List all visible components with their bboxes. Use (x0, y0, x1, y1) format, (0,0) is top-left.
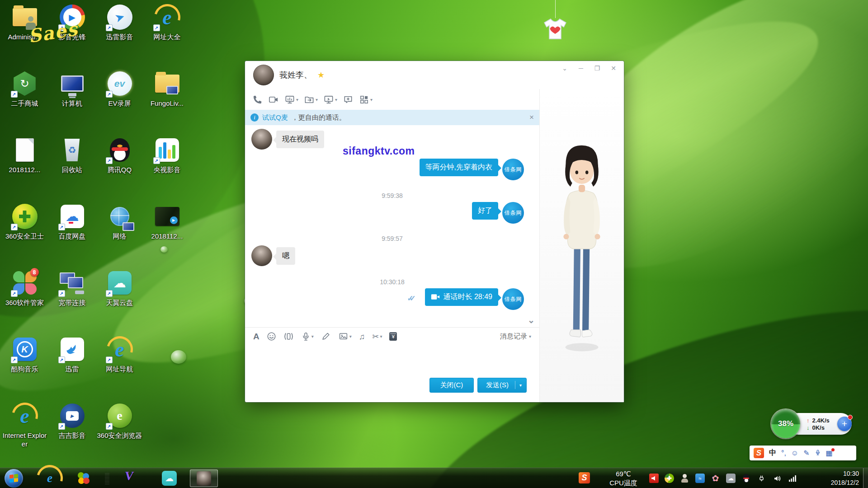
desktop-icon-document-2018112[interactable]: 2018112... (2, 136, 48, 203)
desktop-icon-network[interactable]: 网络 (97, 203, 143, 269)
self-avatar[interactable]: 借条网 (502, 202, 524, 224)
screen-demo-button[interactable]: ▾ (284, 94, 298, 105)
peer-avatar[interactable] (251, 129, 272, 150)
handwriting-button[interactable] (321, 332, 331, 341)
video-call-button[interactable] (268, 94, 279, 105)
qq-show-panel[interactable] (540, 89, 624, 402)
taskbar-active-chat-button[interactable] (190, 469, 218, 487)
desktop-icon-xunlei[interactable]: ↗ 迅雷 (49, 336, 95, 402)
handwriting-input-button[interactable]: ✎ (803, 450, 809, 457)
taskbar: e V ☁ S 69℃ CPU温度 ✚ ≈ ✿ ☁ (0, 468, 868, 488)
desktop-icon-wangzhidaohang[interactable]: e↗ 网址导航 (97, 336, 143, 402)
create-group-button[interactable] (343, 94, 354, 105)
message-input-area[interactable] (245, 345, 539, 375)
desktop-icon-label: 迅雷 (66, 365, 79, 374)
desktop-icon-baidu-pan[interactable]: ☁↗ 百度网盘 (49, 203, 95, 269)
tray-user-icon[interactable] (680, 474, 689, 483)
desktop-icon-wangzhidaquan[interactable]: e↗ 网址大全 (144, 4, 190, 70)
desktop-icon-tencent-qq[interactable]: ↗ 腾讯QQ (97, 136, 143, 203)
camera-icon (431, 293, 440, 300)
peer-avatar[interactable] (251, 245, 272, 266)
desktop-icon-grid: Administr... ▶↗ 影音先锋 ➤↗ 迅雷影音 e↗ 网址大全 ↻↗ … (1, 4, 192, 469)
memory-percent-ball[interactable]: 38% (771, 409, 800, 438)
qmic-link[interactable]: 试试Q麦 (262, 113, 288, 122)
tray-network-icon[interactable] (788, 474, 797, 483)
minimize-button[interactable]: ─ (576, 65, 586, 72)
image-button[interactable]: ▾ (338, 332, 352, 341)
desktop-icon-ev-luping[interactable]: ev↗ EV录屏 (97, 70, 143, 136)
self-avatar[interactable]: 借条网 (502, 288, 524, 310)
message-list[interactable]: 现在视频吗 sifangktv.com 等两分钟,先穿着内衣 借条网 9:59:… (245, 125, 539, 327)
desktop-icon-video-2018112[interactable]: 2018112... (144, 203, 190, 269)
apps-grid-button[interactable]: ▾ (359, 94, 373, 105)
show-desktop-button[interactable] (863, 468, 868, 488)
keyboard-button[interactable]: ▦ (826, 450, 833, 457)
red-packet-button[interactable]: ¥ (389, 332, 397, 341)
desktop-icon-xunlei-yingyin[interactable]: ➤↗ 迅雷影音 (97, 4, 143, 70)
maximize-button[interactable]: ❐ (592, 65, 602, 72)
tray-sogou-icon[interactable]: S (579, 472, 590, 483)
voice-message-button[interactable]: ▾ (301, 332, 314, 342)
close-button[interactable]: ✕ (609, 65, 618, 72)
desktop-icon-fungolive[interactable]: FungoLiv... (144, 70, 190, 136)
desktop-icon-recycle-bin[interactable]: ♻ 回收站 (49, 136, 95, 203)
window-titlebar[interactable]: 莪姓李、 ★ ⌄ ─ ❐ ✕ (245, 61, 624, 89)
desktop-icon-jiji-yingyin[interactable]: ▶↗ 吉吉影音 (49, 402, 95, 469)
desktop-icon-internet-explorer[interactable]: e Internet Explorer (2, 402, 48, 469)
desktop-icon-kugou[interactable]: K↗ 酷狗音乐 (2, 336, 48, 402)
shortcut-arrow-icon: ↗ (58, 423, 65, 430)
system-tray: ✚ ≈ ✿ ☁ (649, 474, 797, 483)
desktop-icon-360-software[interactable]: 8↗ 360软件管家 (2, 269, 48, 336)
window-shake-button[interactable] (283, 332, 294, 341)
taskbar-ie-button[interactable]: e (42, 471, 57, 485)
tray-360-icon[interactable]: ✚ (665, 474, 674, 483)
desktop-icon-360-browser[interactable]: e↗ 360安全浏览器 (97, 402, 143, 469)
screenshot-button[interactable]: ✂ ▾ (372, 333, 382, 341)
peer-avatar[interactable] (253, 65, 274, 85)
desktop-icon-360-safe[interactable]: ↗ 360安全卫士 (2, 203, 48, 269)
netspeed-widget[interactable]: ↑2.4K/s ↓0K/s 38% + (771, 409, 853, 438)
tray-volume-icon[interactable] (772, 474, 782, 483)
tray-ad-speaker-icon[interactable] (649, 474, 659, 483)
shortcut-arrow-icon: ↗ (153, 24, 160, 31)
send-options-caret-icon[interactable]: ▾ (519, 383, 522, 388)
voice-call-button[interactable] (252, 94, 263, 105)
input-mode-button[interactable]: 中 (769, 448, 776, 458)
skin-caret-icon[interactable]: ⌄ (560, 65, 570, 72)
notice-close-icon[interactable]: × (529, 113, 534, 122)
shortcut-arrow-icon: ↗ (11, 91, 18, 98)
punctuation-button[interactable]: °, (781, 450, 786, 457)
voice-input-button[interactable] (815, 449, 821, 458)
sogou-input-bar[interactable]: S 中 °, ☺ ✎ ▦ (750, 446, 856, 460)
desktop-icon-broadband[interactable]: ↗ 宽带连接 (49, 269, 95, 336)
tray-power-icon[interactable] (757, 474, 766, 483)
taskbar-media-button[interactable] (76, 471, 90, 487)
self-avatar[interactable]: 借条网 (502, 159, 524, 180)
desktop-icon-tianyi-cloud[interactable]: ☁↗ 天翼云盘 (97, 269, 143, 336)
cpu-temp-value: 69℃ (599, 469, 648, 479)
emoji-picker-button[interactable]: ☺ (791, 450, 798, 457)
tray-cloud-icon[interactable]: ☁ (726, 474, 736, 483)
desktop-icon-ershoushangcheng[interactable]: ↻↗ 二手商城 (2, 70, 48, 136)
message-incoming: 现在视频吗 (251, 129, 324, 150)
tray-driver-icon[interactable]: ≈ (695, 474, 705, 483)
taskbar-cloud-button[interactable]: ☁ (162, 471, 177, 486)
close-chat-button[interactable]: 关闭(C) (429, 378, 474, 393)
desktop-icon-computer[interactable]: 计算机 (49, 70, 95, 136)
sogou-logo-icon[interactable]: S (754, 448, 764, 458)
desktop-icon-cctv[interactable]: ↗ 央视影音 (144, 136, 190, 203)
qq-penguin-icon (110, 138, 130, 162)
tray-qq-icon[interactable] (741, 474, 751, 483)
taskbar-v-player-button[interactable]: V (124, 469, 135, 483)
scroll-to-bottom-icon[interactable]: ⌄ (528, 318, 535, 323)
music-button[interactable]: ♫ (359, 333, 365, 341)
font-button[interactable]: A (253, 332, 259, 342)
taskbar-clock[interactable]: 10:30 2018/12/2 (831, 469, 859, 487)
emoji-button[interactable] (267, 332, 276, 341)
start-button[interactable] (5, 469, 23, 488)
tray-flower-icon[interactable]: ✿ (711, 474, 720, 483)
message-history-button[interactable]: 消息记录 ▾ (500, 332, 531, 341)
remote-desktop-button[interactable]: ▾ (323, 94, 337, 105)
send-button[interactable]: 发送(S) ▾ (477, 378, 527, 393)
send-file-button[interactable]: ▾ (304, 94, 318, 105)
